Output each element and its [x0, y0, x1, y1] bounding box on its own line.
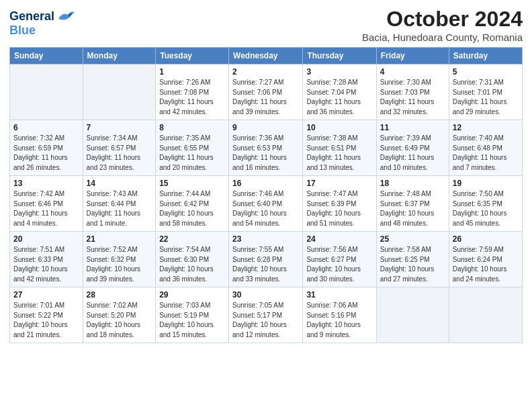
weekday-header-tuesday: Tuesday [156, 48, 229, 64]
day-number: 8 [159, 123, 225, 132]
day-number: 18 [380, 179, 445, 188]
calendar-cell: 5Sunrise: 7:31 AMSunset: 7:01 PMDaylight… [449, 64, 522, 120]
day-info: Sunrise: 7:52 AMSunset: 6:32 PMDaylight:… [87, 245, 152, 284]
calendar-cell: 9Sunrise: 7:36 AMSunset: 6:53 PMDaylight… [229, 120, 303, 176]
day-info: Sunrise: 7:38 AMSunset: 6:51 PMDaylight:… [306, 134, 372, 173]
calendar-cell: 21Sunrise: 7:52 AMSunset: 6:32 PMDayligh… [83, 232, 156, 287]
calendar-cell: 22Sunrise: 7:54 AMSunset: 6:30 PMDayligh… [156, 232, 229, 287]
day-number: 28 [87, 290, 152, 300]
day-info: Sunrise: 7:35 AMSunset: 6:55 PMDaylight:… [159, 134, 225, 173]
day-number: 3 [306, 67, 372, 77]
logo-bird-icon [56, 9, 75, 24]
calendar-cell: 27Sunrise: 7:01 AMSunset: 5:22 PMDayligh… [10, 287, 83, 343]
calendar-cell: 12Sunrise: 7:40 AMSunset: 6:48 PMDayligh… [449, 120, 522, 176]
day-number: 5 [453, 67, 519, 77]
day-number: 27 [13, 290, 79, 300]
calendar-cell: 6Sunrise: 7:32 AMSunset: 6:59 PMDaylight… [10, 120, 83, 176]
calendar-cell: 26Sunrise: 7:59 AMSunset: 6:24 PMDayligh… [449, 232, 522, 287]
day-number: 10 [306, 123, 372, 132]
calendar-table: SundayMondayTuesdayWednesdayThursdayFrid… [9, 47, 523, 343]
calendar-cell: 16Sunrise: 7:46 AMSunset: 6:40 PMDayligh… [229, 176, 303, 232]
day-info: Sunrise: 7:32 AMSunset: 6:59 PMDaylight:… [13, 134, 79, 173]
day-info: Sunrise: 7:58 AMSunset: 6:25 PMDaylight:… [380, 245, 445, 284]
week-row-2: 6Sunrise: 7:32 AMSunset: 6:59 PMDaylight… [10, 120, 523, 176]
day-info: Sunrise: 7:46 AMSunset: 6:40 PMDaylight:… [232, 189, 299, 228]
day-info: Sunrise: 7:27 AMSunset: 7:06 PMDaylight:… [232, 78, 299, 117]
title-block: October 2024 Bacia, Hunedoara County, Ro… [362, 7, 523, 43]
day-number: 14 [87, 179, 152, 188]
day-info: Sunrise: 7:55 AMSunset: 6:28 PMDaylight:… [232, 245, 299, 284]
day-info: Sunrise: 7:30 AMSunset: 7:03 PMDaylight:… [380, 78, 445, 117]
day-info: Sunrise: 7:31 AMSunset: 7:01 PMDaylight:… [453, 78, 519, 117]
day-info: Sunrise: 7:28 AMSunset: 7:04 PMDaylight:… [306, 78, 372, 117]
calendar-subtitle: Bacia, Hunedoara County, Romania [362, 32, 523, 43]
weekday-header-friday: Friday [376, 48, 449, 64]
day-info: Sunrise: 7:26 AMSunset: 7:08 PMDaylight:… [159, 78, 225, 117]
day-info: Sunrise: 7:50 AMSunset: 6:35 PMDaylight:… [453, 189, 519, 228]
calendar-cell: 20Sunrise: 7:51 AMSunset: 6:33 PMDayligh… [10, 232, 83, 287]
week-row-1: 1Sunrise: 7:26 AMSunset: 7:08 PMDaylight… [10, 64, 523, 120]
day-number: 21 [87, 234, 152, 244]
header: General Blue October 2024 Bacia, Hunedoa… [9, 7, 523, 43]
day-number: 15 [159, 179, 225, 188]
day-number: 22 [159, 234, 225, 244]
calendar-cell: 8Sunrise: 7:35 AMSunset: 6:55 PMDaylight… [156, 120, 229, 176]
calendar-cell: 31Sunrise: 7:06 AMSunset: 5:16 PMDayligh… [303, 287, 376, 343]
day-info: Sunrise: 7:06 AMSunset: 5:16 PMDaylight:… [306, 301, 372, 340]
day-number: 1 [159, 67, 225, 77]
calendar-cell: 14Sunrise: 7:43 AMSunset: 6:44 PMDayligh… [83, 176, 156, 232]
day-number: 2 [232, 67, 299, 77]
day-number: 17 [306, 179, 372, 188]
calendar-cell: 13Sunrise: 7:42 AMSunset: 6:46 PMDayligh… [10, 176, 83, 232]
calendar-cell: 15Sunrise: 7:44 AMSunset: 6:42 PMDayligh… [156, 176, 229, 232]
week-row-5: 27Sunrise: 7:01 AMSunset: 5:22 PMDayligh… [10, 287, 523, 343]
day-number: 20 [13, 234, 79, 244]
weekday-header-thursday: Thursday [303, 48, 376, 64]
calendar-cell [449, 287, 522, 343]
calendar-cell: 30Sunrise: 7:05 AMSunset: 5:17 PMDayligh… [229, 287, 303, 343]
calendar-cell: 25Sunrise: 7:58 AMSunset: 6:25 PMDayligh… [376, 232, 449, 287]
day-number: 31 [306, 290, 372, 300]
day-info: Sunrise: 7:59 AMSunset: 6:24 PMDaylight:… [453, 245, 519, 284]
day-info: Sunrise: 7:36 AMSunset: 6:53 PMDaylight:… [232, 134, 299, 173]
calendar-cell: 24Sunrise: 7:56 AMSunset: 6:27 PMDayligh… [303, 232, 376, 287]
day-info: Sunrise: 7:02 AMSunset: 5:20 PMDaylight:… [87, 301, 152, 340]
day-number: 19 [453, 179, 519, 188]
day-number: 16 [232, 179, 299, 188]
logo-blue-text: Blue [9, 24, 75, 38]
day-info: Sunrise: 7:34 AMSunset: 6:57 PMDaylight:… [87, 134, 152, 173]
calendar-cell: 17Sunrise: 7:47 AMSunset: 6:39 PMDayligh… [303, 176, 376, 232]
week-row-4: 20Sunrise: 7:51 AMSunset: 6:33 PMDayligh… [10, 232, 523, 287]
calendar-cell [10, 64, 83, 120]
day-info: Sunrise: 7:51 AMSunset: 6:33 PMDaylight:… [13, 245, 79, 284]
day-number: 6 [13, 123, 79, 132]
logo-text: General [9, 10, 54, 24]
day-info: Sunrise: 7:03 AMSunset: 5:19 PMDaylight:… [159, 301, 225, 340]
calendar-cell: 18Sunrise: 7:48 AMSunset: 6:37 PMDayligh… [376, 176, 449, 232]
day-number: 30 [232, 290, 299, 300]
day-info: Sunrise: 7:47 AMSunset: 6:39 PMDaylight:… [306, 189, 372, 228]
day-number: 23 [232, 234, 299, 244]
day-number: 9 [232, 123, 299, 132]
day-info: Sunrise: 7:39 AMSunset: 6:49 PMDaylight:… [380, 134, 445, 173]
calendar-cell: 4Sunrise: 7:30 AMSunset: 7:03 PMDaylight… [376, 64, 449, 120]
calendar-cell: 2Sunrise: 7:27 AMSunset: 7:06 PMDaylight… [229, 64, 303, 120]
week-row-3: 13Sunrise: 7:42 AMSunset: 6:46 PMDayligh… [10, 176, 523, 232]
calendar-cell [83, 64, 156, 120]
calendar-cell: 7Sunrise: 7:34 AMSunset: 6:57 PMDaylight… [83, 120, 156, 176]
page: General Blue October 2024 Bacia, Hunedoa… [0, 0, 532, 411]
day-number: 24 [306, 234, 372, 244]
day-number: 13 [13, 179, 79, 188]
day-number: 29 [159, 290, 225, 300]
calendar-cell: 1Sunrise: 7:26 AMSunset: 7:08 PMDaylight… [156, 64, 229, 120]
day-number: 7 [87, 123, 152, 132]
weekday-header-wednesday: Wednesday [229, 48, 303, 64]
day-number: 12 [453, 123, 519, 132]
calendar-cell: 3Sunrise: 7:28 AMSunset: 7:04 PMDaylight… [303, 64, 376, 120]
day-info: Sunrise: 7:43 AMSunset: 6:44 PMDaylight:… [87, 189, 152, 228]
day-info: Sunrise: 7:48 AMSunset: 6:37 PMDaylight:… [380, 189, 445, 228]
calendar-cell: 19Sunrise: 7:50 AMSunset: 6:35 PMDayligh… [449, 176, 522, 232]
day-number: 26 [453, 234, 519, 244]
day-info: Sunrise: 7:56 AMSunset: 6:27 PMDaylight:… [306, 245, 372, 284]
logo: General Blue [9, 9, 75, 38]
